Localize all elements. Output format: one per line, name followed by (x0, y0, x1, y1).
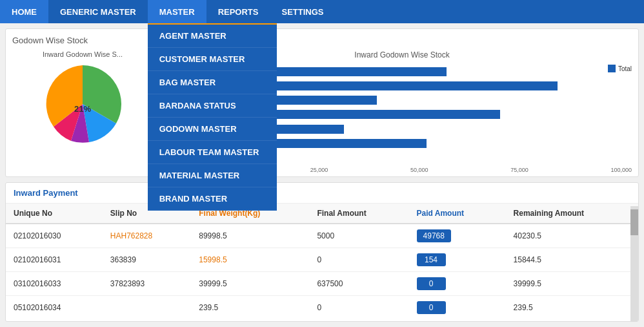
dropdown-bag-master[interactable]: BAG MASTER (148, 71, 277, 94)
pie-container: Inward Godown Wise S... (12, 50, 153, 146)
dropdown-customer-master[interactable]: CUSTOMER MASTER (148, 48, 277, 71)
cell-final-amount: 5000 (309, 224, 408, 248)
cell-slip-no: 363839 (103, 248, 191, 272)
scrollbar-thumb[interactable] (630, 209, 638, 235)
col-final-amount: Final Amount (309, 204, 408, 224)
inward-payment-table: Unique No Slip No Final Weight(Kg) Final… (6, 204, 638, 319)
table-row: 02102016031 363839 15998.5 0 154 15844.5 (6, 248, 638, 272)
bottom-section: Inward Payment Unique No Slip No Final W… (5, 182, 639, 322)
navbar: HOME GENERIC MASTER MASTER AGENT MASTER … (0, 0, 644, 23)
bar-row-2 (221, 94, 632, 106)
cell-paid-amount: 0 (409, 296, 506, 319)
left-chart-card: Godown Wise Stock Inward Godown Wise S..… (5, 28, 160, 177)
col-unique-no: Unique No (6, 204, 103, 224)
table-row: 05102016034 239.5 0 0 239.5 (6, 296, 638, 319)
dropdown-brand-master[interactable]: BRAND MASTER (148, 187, 277, 211)
nav-settings[interactable]: SETTINGS (270, 0, 335, 23)
table-wrapper[interactable]: Unique No Slip No Final Weight(Kg) Final… (6, 204, 638, 319)
dropdown-material-master[interactable]: MATERIAL MASTER (148, 164, 277, 187)
bar-row-1 (221, 80, 632, 92)
table-row: 02102016030 HAH762828 89998.5 5000 49768… (6, 224, 638, 248)
nav-reports[interactable]: REPORTS (206, 0, 270, 23)
nav-generic-master[interactable]: GENERIC MASTER (48, 0, 148, 23)
cell-slip-no: 37823893 (103, 272, 191, 296)
scrollbar[interactable] (630, 206, 638, 322)
cell-unique-no: 03102016033 (6, 272, 103, 296)
nav-home[interactable]: HOME (0, 0, 48, 23)
bar-row-0 (221, 66, 632, 78)
cell-paid-amount: 154 (409, 248, 506, 272)
bar-row-6 (221, 152, 632, 164)
cell-final-weight: 239.5 (191, 296, 309, 319)
paid-badge: 0 (417, 277, 446, 290)
x-axis: 0 25,000 50,000 75,000 100,000 (225, 167, 632, 173)
dropdown-godown-master[interactable]: GODOWN MASTER (148, 118, 277, 141)
cell-unique-no: 02102016030 (6, 224, 103, 248)
x-axis-1: 25,000 (310, 167, 328, 173)
cell-final-weight: 15998.5 (191, 248, 309, 272)
col-remaining-amount: Remaining Amount (506, 204, 638, 224)
nav-master-btn[interactable]: MASTER (148, 0, 206, 23)
pie-chart-wrapper: 21% (41, 62, 125, 146)
dropdown-bardana-status[interactable]: BARDANA STATUS (148, 94, 277, 118)
header-row: Unique No Slip No Final Weight(Kg) Final… (6, 204, 638, 224)
bar-rows: Total (221, 65, 632, 165)
pie-label: Inward Godown Wise S... (43, 50, 123, 58)
bar-legend: Total (608, 65, 632, 72)
pie-center-label: 21% (74, 104, 91, 134)
bar-row-4 (221, 123, 632, 135)
cell-slip-no: HAH762828 (103, 224, 191, 248)
x-axis-2: 50,000 (410, 167, 428, 173)
table-card: Inward Payment Unique No Slip No Final W… (5, 182, 639, 322)
paid-badge: 0 (417, 301, 446, 314)
paid-badge: 49768 (417, 229, 451, 242)
cell-remaining-amount: 40230.5 (506, 224, 638, 248)
top-section: Godown Wise Stock Inward Godown Wise S..… (5, 28, 639, 177)
cell-remaining-amount: 239.5 (506, 296, 638, 319)
bar-row-5 (221, 138, 632, 149)
cell-final-amount: 637500 (309, 272, 408, 296)
dropdown-labour-team-master[interactable]: LABOUR TEAM MASTER (148, 141, 277, 164)
master-dropdown: AGENT MASTER CUSTOMER MASTER BAG MASTER … (148, 23, 277, 211)
table-row: 03102016033 37823893 39999.5 637500 0 39… (6, 272, 638, 296)
dropdown-agent-master[interactable]: AGENT MASTER (148, 25, 277, 48)
table-header: Unique No Slip No Final Weight(Kg) Final… (6, 204, 638, 224)
cell-final-amount: 0 (309, 296, 408, 319)
cell-final-weight: 39999.5 (191, 272, 309, 296)
cell-final-amount: 0 (309, 248, 408, 272)
legend-color-box (608, 65, 616, 72)
left-chart-title: Godown Wise Stock (12, 36, 153, 45)
cell-unique-no: 02102016031 (6, 248, 103, 272)
bar-row-3 (221, 109, 632, 120)
cell-final-weight: 89998.5 (191, 224, 309, 248)
paid-badge: 154 (417, 253, 446, 266)
cell-unique-no: 05102016034 (6, 296, 103, 319)
table-title: Inward Payment (6, 183, 638, 204)
legend-label: Total (618, 65, 632, 72)
x-axis-4: 100,000 (610, 167, 632, 173)
cell-paid-amount: 49768 (409, 224, 506, 248)
nav-master-container: MASTER AGENT MASTER CUSTOMER MASTER BAG … (148, 0, 206, 23)
cell-remaining-amount: 39999.5 (506, 272, 638, 296)
main-content: Godown Wise Stock Inward Godown Wise S..… (0, 23, 644, 327)
cell-slip-no (103, 296, 191, 319)
x-axis-3: 75,000 (510, 167, 528, 173)
cell-paid-amount: 0 (409, 272, 506, 296)
table-body: 02102016030 HAH762828 89998.5 5000 49768… (6, 224, 638, 319)
cell-remaining-amount: 15844.5 (506, 248, 638, 272)
col-paid-amount: Paid Amount (409, 204, 506, 224)
